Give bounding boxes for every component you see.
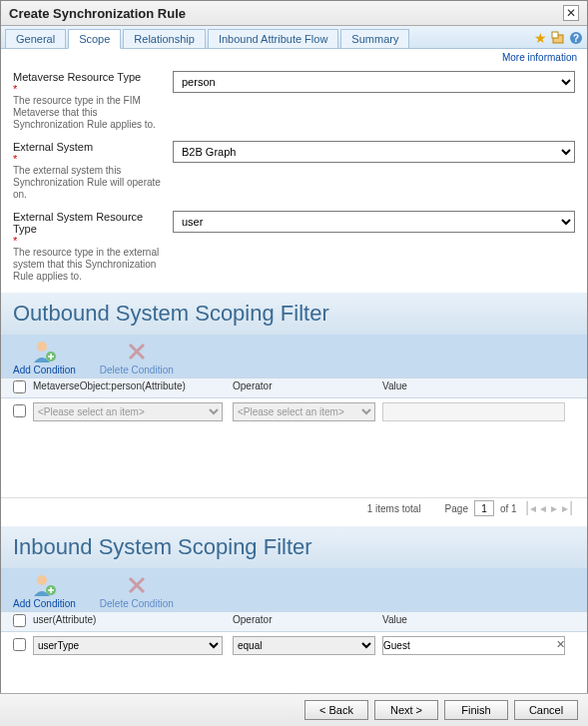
next-button[interactable]: Next > bbox=[374, 700, 438, 720]
outbound-attr-select[interactable]: <Please select an item> bbox=[33, 402, 223, 421]
svg-point-4 bbox=[37, 342, 47, 352]
pager-of-label: of 1 bbox=[500, 503, 517, 514]
close-button[interactable]: ✕ bbox=[563, 5, 579, 21]
pager-first-icon[interactable]: ⎮◂ bbox=[524, 501, 536, 515]
tab-relationship[interactable]: Relationship bbox=[123, 29, 206, 48]
dialog-footer: < Back Next > Finish Cancel bbox=[0, 693, 588, 726]
outbound-items-total: 1 items total bbox=[367, 503, 421, 514]
back-button[interactable]: < Back bbox=[304, 700, 368, 720]
delete-icon bbox=[100, 572, 174, 598]
ext-sys-desc: The external system this Synchronization… bbox=[13, 165, 163, 201]
required-indicator: * bbox=[13, 235, 17, 247]
inbound-col-val: Value bbox=[382, 614, 575, 629]
svg-text:?: ? bbox=[573, 33, 579, 44]
more-information-link[interactable]: More information bbox=[502, 52, 577, 63]
svg-point-6 bbox=[37, 575, 47, 585]
outbound-add-condition-button[interactable]: Add Condition bbox=[13, 339, 76, 375]
ext-type-label: External System Resource Type bbox=[13, 211, 163, 235]
ext-type-desc: The resource type in the external system… bbox=[13, 247, 163, 283]
tab-inbound-attr-flow[interactable]: Inbound Attribute Flow bbox=[208, 29, 338, 48]
tab-general[interactable]: General bbox=[5, 29, 66, 48]
inbound-val-input[interactable] bbox=[382, 636, 565, 655]
svg-rect-1 bbox=[552, 32, 558, 38]
dialog-title: Create Synchronization Rule bbox=[9, 6, 186, 21]
inbound-add-condition-button[interactable]: Add Condition bbox=[13, 572, 76, 609]
table-row: <Please select an item> <Please select a… bbox=[1, 400, 587, 423]
add-user-icon bbox=[13, 572, 76, 598]
inbound-op-select[interactable]: equal bbox=[233, 636, 375, 655]
finish-button[interactable]: Finish bbox=[444, 700, 508, 720]
ext-sys-label: External System bbox=[13, 141, 163, 153]
add-user-icon bbox=[13, 339, 76, 364]
table-row: userType equal ✕ bbox=[1, 634, 587, 657]
mv-type-select[interactable]: person bbox=[173, 71, 575, 93]
outbound-col-attr: MetaverseObject:person(Attribute) bbox=[33, 380, 233, 395]
outbound-select-all-checkbox[interactable] bbox=[13, 380, 26, 393]
mv-type-label: Metaverse Resource Type bbox=[13, 71, 163, 83]
inbound-col-attr: user(Attribute) bbox=[33, 614, 233, 629]
pager-last-icon[interactable]: ▸⎮ bbox=[562, 501, 574, 515]
outbound-col-op: Operator bbox=[233, 380, 382, 395]
outbound-val-display bbox=[382, 402, 565, 421]
inbound-col-op: Operator bbox=[233, 614, 382, 629]
outbound-delete-condition-button: Delete Condition bbox=[100, 339, 174, 375]
tab-bar: General Scope Relationship Inbound Attri… bbox=[1, 26, 587, 49]
required-indicator: * bbox=[13, 83, 17, 95]
tab-scope[interactable]: Scope bbox=[68, 29, 121, 49]
new-item-icon[interactable] bbox=[551, 31, 565, 45]
inbound-title: Inbound System Scoping Filter bbox=[13, 534, 575, 560]
outbound-col-val: Value bbox=[382, 380, 575, 395]
clear-icon[interactable]: ✕ bbox=[556, 638, 565, 651]
required-indicator: * bbox=[13, 153, 17, 165]
inbound-section-header: Inbound System Scoping Filter bbox=[1, 526, 587, 568]
outbound-title: Outbound System Scoping Filter bbox=[13, 301, 575, 327]
inbound-delete-condition-button: Delete Condition bbox=[100, 572, 174, 609]
pager-next-icon[interactable]: ▸ bbox=[551, 501, 557, 515]
outbound-row-checkbox[interactable] bbox=[13, 404, 26, 417]
mv-type-desc: The resource type in the FIM Metaverse t… bbox=[13, 95, 163, 131]
close-icon: ✕ bbox=[566, 6, 576, 20]
outbound-page-input[interactable] bbox=[474, 500, 494, 516]
outbound-section-header: Outbound System Scoping Filter bbox=[1, 293, 587, 335]
inbound-row-checkbox[interactable] bbox=[13, 638, 26, 651]
inbound-select-all-checkbox[interactable] bbox=[13, 614, 26, 627]
pager-page-label: Page bbox=[445, 503, 468, 514]
cancel-button[interactable]: Cancel bbox=[514, 700, 578, 720]
ext-type-select[interactable]: user bbox=[173, 211, 575, 233]
help-icon[interactable]: ? bbox=[569, 31, 583, 45]
pager-prev-icon[interactable]: ◂ bbox=[540, 501, 546, 515]
outbound-op-select[interactable]: <Please select an item> bbox=[233, 402, 375, 421]
inbound-attr-select[interactable]: userType bbox=[33, 636, 223, 655]
pager-arrows: ⎮◂ ◂ ▸ ▸⎮ bbox=[523, 501, 575, 515]
star-icon[interactable]: ★ bbox=[534, 30, 547, 46]
ext-sys-select[interactable]: B2B Graph bbox=[173, 141, 575, 163]
delete-icon bbox=[100, 339, 174, 364]
tab-summary[interactable]: Summary bbox=[340, 29, 409, 48]
